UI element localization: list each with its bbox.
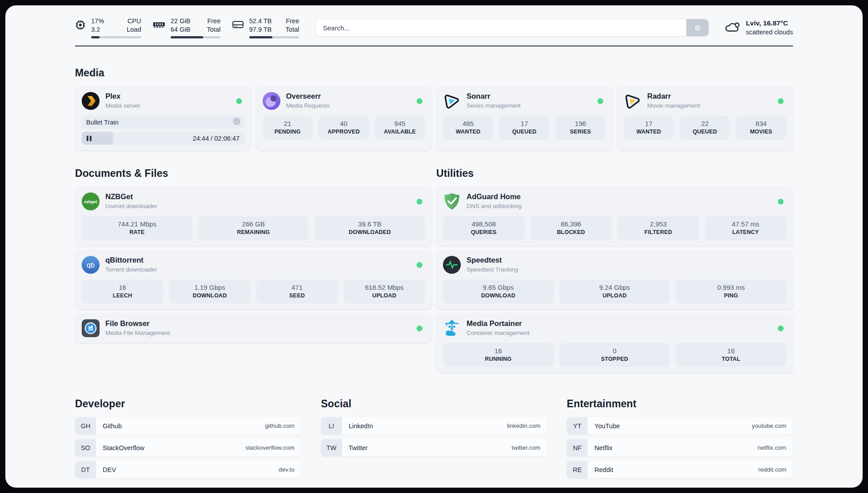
stat-value: 2,953 — [619, 220, 697, 228]
app-card-radarr[interactable]: Radarr Movie management 17 WANTED 22 QUE… — [617, 86, 793, 150]
app-card-nzbget[interactable]: nzbget NZBGet Usenet downloader 74 — [75, 187, 432, 246]
search-input[interactable] — [316, 19, 686, 36]
stat-label: DOWNLOAD — [171, 292, 249, 300]
stat-value: 498,508 — [445, 220, 523, 228]
memory-free-label: Free — [207, 17, 221, 25]
radarr-icon — [624, 92, 642, 110]
search-box: G — [315, 19, 709, 37]
bookmark-url: linkedin.com — [507, 422, 540, 429]
cpu-load-label: Load — [127, 25, 141, 34]
bookmark-netflix[interactable]: NF Netflix netflix.com — [567, 439, 793, 456]
qbittorrent-icon: qb — [82, 256, 100, 274]
app-card-portainer[interactable]: Media Portainer Container management 16 … — [436, 313, 793, 373]
memory-metric: 22 GiB 64 GiB Free Total — [153, 17, 221, 38]
stat-tile: 834 MOVIES — [736, 116, 786, 140]
app-card-filebrowser[interactable]: File Browser Media File Management — [75, 313, 432, 343]
bookmark-twitter[interactable]: TW Twitter twitter.com — [321, 439, 547, 456]
app-title: qBittorrent — [105, 256, 157, 264]
stat-label: APPROVED — [320, 128, 367, 136]
bookmark-youtube[interactable]: YT YouTube youtube.com — [567, 417, 793, 435]
bookmark-name: StackOverflow — [103, 444, 144, 451]
nzbget-icon: nzbget — [82, 192, 100, 210]
app-title: File Browser — [105, 319, 170, 328]
weather-widget: Lviv, 16.87°C scattered clouds — [724, 19, 793, 37]
speedtest-icon — [443, 256, 461, 274]
bookmark-dev[interactable]: DT DEV dev.to — [75, 461, 301, 478]
app-subtitle: Media File Management — [105, 329, 170, 337]
storage-total-label: Total — [285, 25, 299, 34]
stat-tile: 945 AVAILABLE — [375, 116, 425, 140]
stat-value: 9.65 Gbps — [445, 283, 552, 292]
stat-tile: 16 TOTAL — [676, 343, 786, 367]
weather-condition: scattered clouds — [746, 28, 793, 37]
top-bar: 17% 3.2 CPU Load — [75, 5, 793, 38]
stat-tile: 2,953 FILTERED — [618, 216, 699, 240]
status-dot-online — [778, 98, 784, 104]
stat-tile: 9.24 Gbps UPLOAD — [559, 280, 670, 304]
storage-metric: 52.4 TB 97.9 TB Free Total — [232, 17, 299, 38]
section-title-documents: Documents & Files — [75, 167, 432, 180]
stat-value: 86,396 — [532, 220, 610, 228]
documents-column: Documents & Files nzbget — [75, 167, 432, 373]
stat-tile: 196 SERIES — [555, 116, 606, 140]
cpu-load-value: 3.2 — [91, 25, 104, 34]
stat-tile: 0 STOPPED — [559, 343, 670, 367]
bookmark-stackoverflow[interactable]: SO StackOverflow stackoverflow.com — [75, 439, 301, 456]
hard-drive-icon — [232, 20, 244, 31]
bookmark-linkedin[interactable]: LI LinkedIn linkedin.com — [321, 417, 547, 435]
stat-tile: 1.19 Gbps DOWNLOAD — [169, 280, 251, 304]
storage-progress-bar — [249, 36, 299, 38]
stat-tile: 485 WANTED — [443, 116, 493, 140]
app-card-qbittorrent[interactable]: qb qBittorrent Torrent downloader — [75, 250, 432, 309]
status-dot-online — [417, 98, 422, 104]
bookmark-url: stackoverflow.com — [245, 444, 294, 451]
stat-tile: 21 PENDING — [263, 116, 313, 140]
bookmark-abbr: YT — [567, 417, 588, 435]
now-playing-time: 24:44 / 02:06:47 — [193, 135, 240, 142]
status-dot-online — [417, 326, 422, 331]
stat-tile: 22 QUEUED — [680, 116, 730, 140]
bookmark-reddit[interactable]: RE Reddit reddit.com — [567, 461, 793, 478]
stat-tile: 16 RUNNING — [443, 343, 554, 367]
bookmark-github[interactable]: GH Github github.com — [75, 417, 301, 435]
section-title-utilities: Utilities — [436, 167, 793, 180]
stat-tile: 9.65 Gbps DOWNLOAD — [443, 280, 554, 304]
bookmark-url: twitter.com — [512, 444, 541, 451]
bookmark-abbr: LI — [321, 417, 342, 435]
cpu-progress-bar — [91, 36, 141, 38]
stat-label: UPLOAD — [346, 292, 424, 300]
section-title-social: Social — [321, 398, 547, 410]
search-engine-button[interactable]: G — [686, 19, 709, 36]
section-title-entertainment: Entertainment — [567, 398, 793, 410]
stat-value: 485 — [445, 119, 492, 128]
bookmark-url: youtube.com — [752, 422, 786, 429]
status-dot-online — [597, 98, 603, 104]
stat-value: 21 — [264, 119, 311, 128]
stat-value: 47.57 ms — [707, 220, 785, 228]
stat-tile: 17 QUEUED — [499, 116, 550, 140]
app-card-adguard[interactable]: AdGuard Home DNS and adblocking 498,508 … — [436, 187, 793, 246]
bookmark-group-entertainment: Entertainment YT YouTube youtube.com NF … — [567, 398, 793, 483]
stat-value: 17 — [501, 119, 548, 128]
stat-label: TOTAL — [677, 355, 785, 363]
stat-label: PING — [677, 292, 785, 300]
status-dot-online — [236, 98, 242, 104]
app-subtitle: Media server — [105, 101, 140, 110]
app-card-plex[interactable]: Plex Media server Bullet Train — [75, 86, 251, 150]
stat-tile: 86,396 BLOCKED — [530, 216, 612, 240]
portainer-icon — [443, 319, 461, 337]
stat-label: PENDING — [264, 128, 311, 136]
app-card-speedtest[interactable]: Speedtest Speedtest Tracking 9.65 Gbps D… — [436, 250, 793, 309]
now-playing-title-row: Bullet Train — [82, 116, 245, 129]
overseerr-icon — [263, 92, 280, 110]
cpu-icon — [75, 20, 86, 32]
stat-value: 16 — [445, 347, 552, 355]
app-card-sonarr[interactable]: Sonarr Series management 485 WANTED 17 Q… — [436, 86, 613, 150]
stat-value: 744.21 Mbps — [83, 220, 191, 228]
pause-icon — [87, 136, 92, 141]
dashboard-page: 17% 3.2 CPU Load — [5, 5, 863, 488]
bookmark-name: Github — [103, 422, 122, 430]
app-card-overseerr[interactable]: Overseerr Media Requests 21 PENDING 40 A… — [256, 86, 432, 150]
bookmark-group-developer: Developer GH Github github.com SO StackO… — [75, 398, 301, 483]
app-subtitle: Torrent downloader — [105, 265, 157, 274]
